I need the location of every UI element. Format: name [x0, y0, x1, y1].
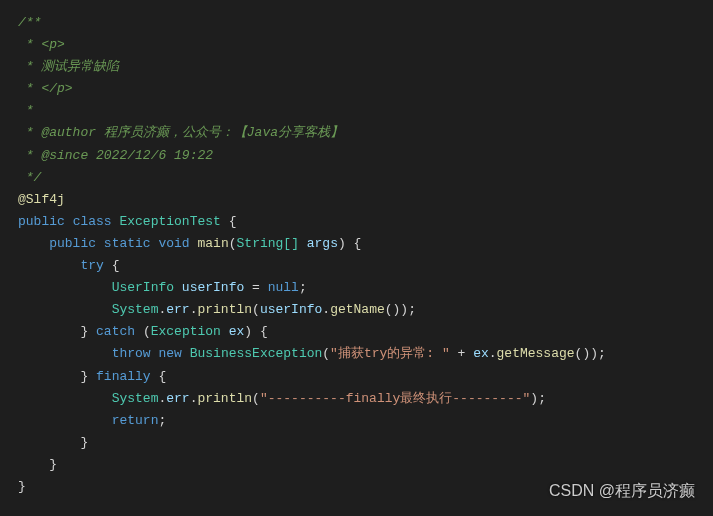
code-block: /** * <p> * 测试异常缺陷 * </p> * * @author 程序…	[18, 12, 695, 498]
method-getname: getName	[330, 302, 385, 317]
kw-public: public	[18, 214, 65, 229]
kw-return: return	[112, 413, 159, 428]
var-userinfo: userInfo	[260, 302, 322, 317]
kw-public: public	[49, 236, 96, 251]
javadoc-author-text: 程序员济癫，公众号：【Java分享客栈】	[96, 125, 343, 140]
javadoc-line: * 测试异常缺陷	[18, 59, 119, 74]
kw-class: class	[73, 214, 112, 229]
annotation-slf4j: @Slf4j	[18, 192, 65, 207]
brace: {	[229, 214, 237, 229]
type-exception: Exception	[151, 324, 221, 339]
method-main: main	[198, 236, 229, 251]
javadoc-line: *	[18, 103, 34, 118]
param-ex: ex	[473, 346, 489, 361]
var-userinfo: userInfo	[182, 280, 244, 295]
javadoc-since-text: 2022/12/6 19:22	[88, 148, 213, 163]
javadoc-line: /**	[18, 15, 41, 30]
type-businessexception: BusinessException	[190, 346, 323, 361]
obj-system: System	[112, 391, 159, 406]
string-literal: "捕获try的异常: "	[330, 346, 450, 361]
javadoc-author-tag: * @author	[18, 125, 96, 140]
brace: }	[80, 435, 88, 450]
brace: {	[354, 236, 362, 251]
method-println: println	[197, 302, 252, 317]
type-string-array: String[]	[237, 236, 299, 251]
param-args: args	[307, 236, 338, 251]
kw-throw: throw	[112, 346, 151, 361]
method-println: println	[197, 391, 252, 406]
type-userinfo: UserInfo	[112, 280, 174, 295]
kw-void: void	[158, 236, 189, 251]
method-getmessage: getMessage	[497, 346, 575, 361]
brace: {	[260, 324, 268, 339]
watermark: CSDN @程序员济癫	[549, 477, 695, 504]
kw-catch: catch	[96, 324, 135, 339]
brace: }	[18, 479, 26, 494]
param-ex: ex	[229, 324, 245, 339]
string-literal: "----------finally最终执行---------"	[260, 391, 530, 406]
brace: {	[112, 258, 120, 273]
kw-static: static	[104, 236, 151, 251]
javadoc-line: */	[18, 170, 41, 185]
class-name: ExceptionTest	[119, 214, 220, 229]
kw-finally: finally	[96, 369, 151, 384]
kw-try: try	[80, 258, 103, 273]
obj-system: System	[112, 302, 159, 317]
javadoc-line: * <p>	[18, 37, 65, 52]
javadoc-since-tag: * @since	[18, 148, 88, 163]
brace: }	[49, 457, 57, 472]
javadoc-line: * </p>	[18, 81, 73, 96]
kw-null: null	[268, 280, 299, 295]
kw-new: new	[158, 346, 181, 361]
field-err: err	[166, 391, 189, 406]
field-err: err	[166, 302, 189, 317]
brace: {	[158, 369, 166, 384]
